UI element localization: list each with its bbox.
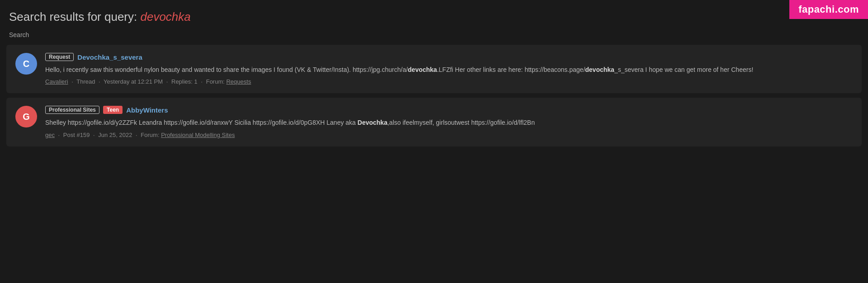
result-title-2[interactable]: AbbyWinters [126,106,168,114]
result-content-1: Request Devochka_s_severa Hello, i recen… [45,53,853,85]
tag-professional-sites: Professional Sites [45,106,99,114]
result-body-1: Hello, i recently saw this wonderful nyl… [45,65,853,75]
result-forum-link-2[interactable]: Professional Modelling Sites [161,132,235,138]
result-tags-1: Request Devochka_s_severa [45,53,853,61]
brand-bar: fapachi.com [789,0,868,19]
result-type-1: Thread [76,78,95,85]
result-meta-2: gec · Post #159 · Jun 25, 2022 · Forum: … [45,132,853,138]
avatar-2: G [15,106,37,127]
result-meta-1: Cavalieri · Thread · Yesterday at 12:21 … [45,78,853,85]
tag-teen: Teen [103,106,123,114]
result-forum-label-1: Forum: [206,78,225,85]
result-author-1[interactable]: Cavalieri [45,78,68,85]
results-container: C Request Devochka_s_severa Hello, i rec… [0,45,868,146]
result-author-2[interactable]: gec [45,132,55,138]
page-header: Search results for query: devochka [0,0,868,28]
search-query: devochka [140,10,190,24]
title-prefix: Search results for query: [9,10,140,24]
brand-name: fapachi.com [798,4,859,15]
result-card-2: G Professional Sites Teen AbbyWinters Sh… [6,98,862,146]
result-tags-2: Professional Sites Teen AbbyWinters [45,106,853,114]
result-replies-1: Replies: 1 [171,78,198,85]
result-type-2: Post #159 [63,132,90,138]
breadcrumb-label: Search [9,31,29,38]
avatar-1: C [15,53,37,75]
result-forum-label-2: Forum: [141,132,159,138]
result-date-1: Yesterday at 12:21 PM [104,78,163,85]
result-body-2: Shelley https://gofile.io/d/y2ZZFk Leand… [45,118,853,127]
tag-request: Request [45,53,74,61]
result-title-1[interactable]: Devochka_s_severa [77,53,142,61]
result-forum-link-1[interactable]: Requests [226,78,251,85]
result-content-2: Professional Sites Teen AbbyWinters Shel… [45,106,853,138]
page-title: Search results for query: devochka [9,10,859,24]
breadcrumb: Search [0,28,868,45]
result-card-1: C Request Devochka_s_severa Hello, i rec… [6,45,862,93]
result-date-2: Jun 25, 2022 [98,132,132,138]
